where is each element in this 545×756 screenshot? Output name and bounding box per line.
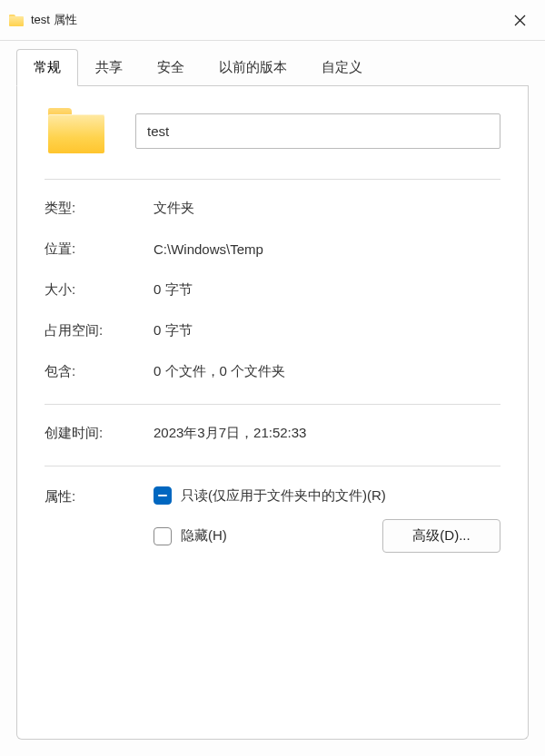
tabs-container: 常规 共享 安全 以前的版本 自定义	[0, 41, 545, 86]
row-location: 位置: C:\Windows\Temp	[45, 241, 500, 258]
readonly-label: 只读(仅应用于文件夹中的文件)(R)	[181, 487, 386, 505]
row-size-on-disk: 占用空间: 0 字节	[45, 322, 500, 339]
contains-label: 包含:	[45, 363, 154, 380]
divider	[45, 179, 500, 180]
tabs: 常规 共享 安全 以前的版本 自定义	[16, 48, 529, 86]
titlebar-left: test 属性	[9, 12, 77, 28]
advanced-button[interactable]: 高级(D)...	[382, 519, 500, 553]
tab-general[interactable]: 常规	[16, 49, 78, 86]
tab-sharing[interactable]: 共享	[78, 49, 140, 86]
location-value: C:\Windows\Temp	[154, 241, 263, 257]
window-title: test 属性	[31, 12, 77, 28]
divider	[45, 466, 500, 466]
row-size: 大小: 0 字节	[45, 281, 500, 299]
contains-value: 0 个文件，0 个文件夹	[154, 363, 285, 380]
size-value: 0 字节	[154, 281, 193, 299]
type-value: 文件夹	[154, 200, 194, 217]
location-label: 位置:	[45, 241, 154, 258]
size-on-disk-value: 0 字节	[154, 322, 193, 339]
titlebar: test 属性	[0, 0, 545, 41]
attributes-label: 属性:	[45, 486, 154, 553]
size-on-disk-label: 占用空间:	[45, 322, 154, 339]
created-label: 创建时间:	[45, 425, 154, 442]
hidden-row: 隐藏(H)	[154, 527, 227, 545]
tab-content-general: 类型: 文件夹 位置: C:\Windows\Temp 大小: 0 字节 占用空…	[16, 86, 529, 740]
close-button[interactable]	[507, 7, 532, 33]
size-label: 大小:	[45, 281, 154, 299]
close-icon	[514, 15, 526, 26]
attributes-section: 属性: 只读(仅应用于文件夹中的文件)(R) 隐藏(H) 高级(D)...	[45, 486, 500, 553]
folder-large-icon	[48, 108, 104, 153]
name-row	[45, 108, 500, 153]
readonly-row: 只读(仅应用于文件夹中的文件)(R)	[154, 486, 500, 505]
folder-icon	[9, 15, 24, 26]
type-label: 类型:	[45, 200, 154, 217]
row-created: 创建时间: 2023年3月7日，21:52:33	[45, 425, 500, 442]
readonly-checkbox[interactable]	[154, 486, 172, 505]
folder-name-input[interactable]	[135, 113, 500, 149]
row-type: 类型: 文件夹	[45, 200, 500, 217]
hidden-advanced-row: 隐藏(H) 高级(D)...	[154, 519, 500, 553]
tab-security[interactable]: 安全	[140, 49, 202, 86]
tab-custom[interactable]: 自定义	[304, 49, 380, 86]
tab-previous-versions[interactable]: 以前的版本	[202, 49, 304, 86]
properties-window: test 属性 常规 共享 安全 以前的版本 自定义 类型:	[0, 0, 545, 756]
attributes-controls: 只读(仅应用于文件夹中的文件)(R) 隐藏(H) 高级(D)...	[154, 486, 500, 553]
hidden-label: 隐藏(H)	[181, 527, 227, 545]
row-contains: 包含: 0 个文件，0 个文件夹	[45, 363, 500, 380]
hidden-checkbox[interactable]	[154, 527, 172, 545]
created-value: 2023年3月7日，21:52:33	[154, 425, 306, 442]
divider	[45, 404, 500, 405]
